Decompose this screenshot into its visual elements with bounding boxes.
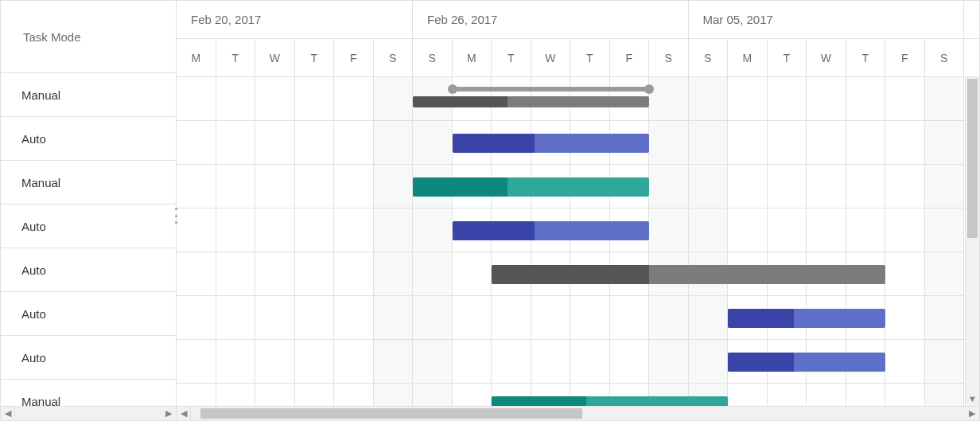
vertical-scrollbar[interactable]: ▲ ▼: [965, 77, 979, 406]
summary-taskbar[interactable]: [492, 265, 885, 284]
timeline-day-cell[interactable]: M: [177, 39, 216, 77]
timeline-day-cell[interactable]: T: [295, 39, 335, 77]
task-progress: [413, 177, 508, 197]
left-column-header-label: Task Mode: [23, 30, 81, 44]
scroll-right-icon[interactable]: ▶: [965, 407, 979, 420]
summary-connector: [453, 87, 650, 92]
summary-taskbar[interactable]: [413, 96, 649, 107]
timeline-week-cell[interactable]: Mar 05, 2017: [689, 1, 965, 38]
timeline-week-row: Feb 20, 2017Feb 26, 2017Mar 05, 2017: [177, 1, 979, 39]
taskbar[interactable]: [413, 177, 649, 197]
task-progress: [728, 309, 794, 328]
task-mode-cell[interactable]: Auto: [1, 248, 176, 292]
timeline-day-cell[interactable]: S: [689, 39, 729, 77]
scroll-left-icon[interactable]: ◀: [1, 407, 15, 420]
task-mode-cell[interactable]: Auto: [1, 117, 176, 161]
gantt-container: Task Mode ManualAutoManualAutoAutoAutoAu…: [0, 0, 980, 421]
summary-endpoint-icon: [644, 84, 654, 94]
timeline-day-cell[interactable]: T: [216, 39, 256, 77]
timeline-week-cell[interactable]: Feb 26, 2017: [413, 1, 689, 38]
left-horizontal-scrollbar[interactable]: ◀ ▶: [1, 406, 176, 420]
vertical-scroll-thumb[interactable]: [967, 79, 978, 238]
scroll-down-icon[interactable]: ▼: [966, 392, 979, 406]
timeline-header: Feb 20, 2017Feb 26, 2017Mar 05, 2017 MTW…: [177, 1, 979, 77]
left-panel: Task Mode ManualAutoManualAutoAutoAutoAu…: [1, 1, 177, 420]
task-mode-cell[interactable]: Manual: [1, 380, 176, 406]
timeline-day-cell[interactable]: F: [334, 39, 374, 77]
timeline-day-cell[interactable]: T: [570, 39, 610, 77]
timeline-day-cell[interactable]: M: [728, 39, 768, 77]
task-progress: [453, 134, 535, 153]
timeline-day-row: MTWTFSSMTWTFSSMTWTFS: [177, 39, 979, 77]
timeline-day-cell[interactable]: W: [531, 39, 571, 77]
timeline-day-cell[interactable]: F: [885, 39, 925, 77]
splitter-handle[interactable]: [173, 208, 179, 224]
left-body: ManualAutoManualAutoAutoAutoAutoManual: [1, 73, 176, 406]
task-mode-cell[interactable]: Auto: [1, 336, 176, 380]
timeline-day-cell[interactable]: F: [610, 39, 650, 77]
task-progress: [728, 353, 794, 372]
timeline-day-cell[interactable]: W: [255, 39, 295, 77]
summary-endpoint-icon: [448, 84, 457, 94]
timeline-day-cell[interactable]: T: [846, 39, 886, 77]
timeline-day-cell[interactable]: S: [374, 39, 414, 77]
task-progress: [453, 221, 535, 240]
taskbar[interactable]: [492, 396, 728, 407]
task-progress: [492, 396, 586, 407]
task-mode-cell[interactable]: Manual: [1, 73, 176, 117]
task-progress: [413, 96, 508, 107]
timeline-day-cell[interactable]: M: [453, 39, 492, 77]
timeline-day-cell[interactable]: S: [925, 39, 965, 77]
right-panel: Feb 20, 2017Feb 26, 2017Mar 05, 2017 MTW…: [177, 1, 979, 420]
taskbar[interactable]: [728, 309, 885, 328]
timeline-day-cell[interactable]: S: [649, 39, 689, 77]
timeline-body[interactable]: [177, 77, 979, 406]
timeline-day-cell[interactable]: T: [492, 39, 531, 77]
timeline-day-cell[interactable]: S: [413, 39, 453, 77]
taskbar[interactable]: [453, 221, 650, 240]
timeline-week-cell[interactable]: Feb 20, 2017: [177, 1, 413, 38]
task-mode-cell[interactable]: Auto: [1, 292, 176, 336]
timeline-day-cell[interactable]: W: [807, 39, 846, 77]
left-column-header[interactable]: Task Mode: [1, 1, 176, 73]
timeline-day-cell[interactable]: T: [768, 39, 807, 77]
scroll-right-icon[interactable]: ▶: [161, 407, 176, 420]
task-progress: [492, 265, 649, 284]
taskbar[interactable]: [453, 134, 650, 153]
horizontal-scroll-thumb[interactable]: [200, 408, 582, 419]
taskbar[interactable]: [728, 353, 885, 372]
task-mode-cell[interactable]: Manual: [1, 161, 176, 205]
scroll-left-icon[interactable]: ◀: [177, 407, 191, 420]
right-horizontal-scrollbar[interactable]: ◀ ▶: [177, 406, 979, 420]
task-mode-cell[interactable]: Auto: [1, 205, 176, 248]
